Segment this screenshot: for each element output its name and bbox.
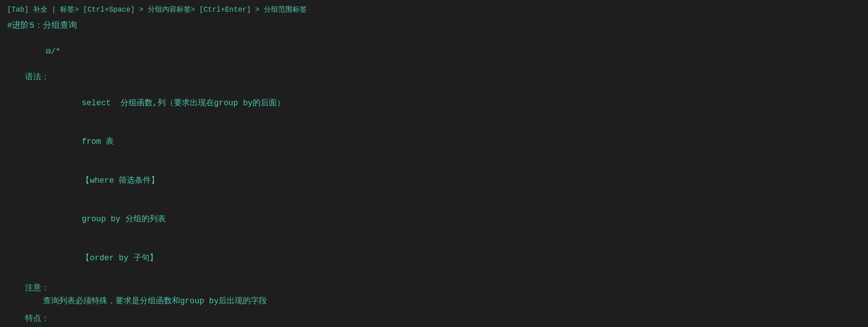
fold-icon[interactable]: ⊟ (46, 47, 51, 56)
syntax-content-4: group by 分组的列表 (7, 200, 861, 238)
feature-item1: 1、分组查询中的筛选条件分为两类 (7, 325, 861, 327)
title-line: #进阶5：分组查询 (7, 19, 861, 32)
comment-start-line: ⊟/* (7, 32, 861, 71)
editor-container: [Tab] 补全 | 标签> [Ctrl+Space] > 分组内容标签> [C… (0, 0, 868, 327)
syntax-line-1: select 分组函数,列（要求出现在group by的后面） (7, 84, 861, 122)
syntax-content-2: from 表 (7, 123, 861, 161)
note-label-line: 注意： (7, 282, 861, 295)
section-title: #进阶5：分组查询 (7, 19, 861, 32)
note-label: 注意： (7, 282, 861, 295)
breadcrumb: [Tab] 补全 | 标签> [Ctrl+Space] > 分组内容标签> [C… (0, 4, 868, 19)
syntax-content-3: 【where 筛选条件】 (7, 161, 861, 200)
empty-line-1 (7, 277, 861, 282)
syntax-label-line: 语法： (7, 71, 861, 84)
note-content-line: 查询列表必须特殊，要求是分组函数和group by后出现的字段 (7, 295, 861, 308)
syntax-line-5: 【order by 子句】 (7, 239, 861, 277)
syntax-content-1: select 分组函数,列（要求出现在group by的后面） (7, 84, 861, 122)
empty-line-2 (7, 308, 861, 312)
feature-item1-line: 1、分组查询中的筛选条件分为两类 (7, 325, 861, 327)
note-content: 查询列表必须特殊，要求是分组函数和group by后出现的字段 (7, 295, 861, 308)
syntax-label: 语法： (7, 71, 861, 84)
syntax-content-5: 【order by 子句】 (7, 239, 861, 277)
code-area[interactable]: #进阶5：分组查询 ⊟/* 语法： select 分组函数,列（要求出现在gro… (0, 19, 868, 327)
comment-open: /* (51, 47, 60, 56)
feature-label-line: 特点： (7, 312, 861, 325)
syntax-line-4: group by 分组的列表 (7, 200, 861, 238)
syntax-line-2: from 表 (7, 123, 861, 161)
syntax-line-3: 【where 筛选条件】 (7, 161, 861, 200)
feature-label: 特点： (7, 312, 861, 325)
